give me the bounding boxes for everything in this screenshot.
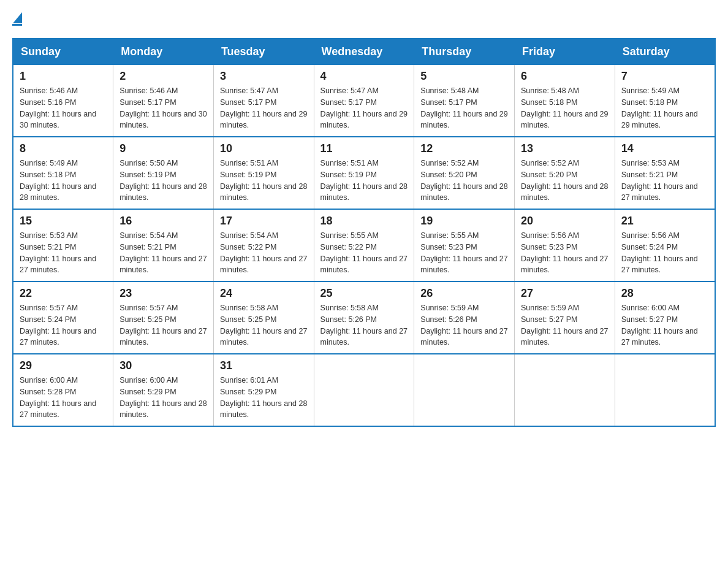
- day-number: 13: [521, 142, 609, 155]
- day-info: Sunrise: 5:58 AM Sunset: 5:25 PM Dayligh…: [220, 302, 308, 348]
- sunset-label: Sunset: 5:21 PM: [119, 243, 176, 251]
- sunrise-label: Sunrise: 6:00 AM: [621, 304, 680, 312]
- daylight-label: Daylight: 11 hours and 28 minutes.: [521, 182, 608, 202]
- sunset-label: Sunset: 5:29 PM: [220, 388, 276, 396]
- day-info: Sunrise: 5:57 AM Sunset: 5:24 PM Dayligh…: [20, 302, 107, 348]
- calendar-cell: 13 Sunrise: 5:52 AM Sunset: 5:20 PM Dayl…: [515, 137, 615, 209]
- sunrise-label: Sunrise: 5:47 AM: [320, 86, 379, 95]
- day-number: 31: [220, 359, 308, 372]
- calendar-cell: 21 Sunrise: 5:56 AM Sunset: 5:24 PM Dayl…: [615, 209, 715, 282]
- day-info: Sunrise: 5:49 AM Sunset: 5:18 PM Dayligh…: [621, 85, 708, 131]
- sunset-label: Sunset: 5:20 PM: [521, 170, 577, 179]
- logo-underline: [12, 24, 22, 26]
- day-number: 3: [220, 70, 308, 83]
- sunrise-label: Sunrise: 5:48 AM: [521, 86, 579, 95]
- day-info: Sunrise: 5:52 AM Sunset: 5:20 PM Dayligh…: [420, 158, 508, 204]
- sunrise-label: Sunrise: 5:56 AM: [621, 231, 680, 240]
- day-info: Sunrise: 5:56 AM Sunset: 5:23 PM Dayligh…: [521, 230, 609, 276]
- sunset-label: Sunset: 5:17 PM: [220, 98, 276, 107]
- day-number: 21: [621, 215, 708, 228]
- calendar-cell: 25 Sunrise: 5:58 AM Sunset: 5:26 PM Dayl…: [314, 282, 414, 354]
- daylight-label: Daylight: 11 hours and 27 minutes.: [320, 255, 408, 275]
- sunset-label: Sunset: 5:18 PM: [521, 98, 577, 107]
- day-number: 18: [320, 215, 408, 228]
- day-number: 25: [320, 287, 408, 300]
- calendar-cell: 29 Sunrise: 6:00 AM Sunset: 5:28 PM Dayl…: [13, 354, 113, 426]
- day-number: 23: [119, 287, 207, 300]
- day-info: Sunrise: 6:00 AM Sunset: 5:28 PM Dayligh…: [20, 375, 107, 421]
- calendar-cell: 19 Sunrise: 5:55 AM Sunset: 5:23 PM Dayl…: [414, 209, 515, 282]
- calendar-cell: 31 Sunrise: 6:01 AM Sunset: 5:29 PM Dayl…: [213, 354, 314, 426]
- sunset-label: Sunset: 5:24 PM: [20, 315, 76, 324]
- sunrise-label: Sunrise: 5:58 AM: [320, 304, 379, 312]
- sunset-label: Sunset: 5:25 PM: [220, 315, 276, 324]
- day-info: Sunrise: 5:51 AM Sunset: 5:19 PM Dayligh…: [220, 158, 308, 204]
- day-number: 20: [521, 215, 609, 228]
- day-info: Sunrise: 5:47 AM Sunset: 5:17 PM Dayligh…: [320, 85, 408, 131]
- daylight-label: Daylight: 11 hours and 27 minutes.: [119, 327, 207, 347]
- calendar-cell: 30 Sunrise: 6:00 AM Sunset: 5:29 PM Dayl…: [113, 354, 214, 426]
- daylight-label: Daylight: 11 hours and 29 minutes.: [621, 110, 698, 130]
- sunset-label: Sunset: 5:22 PM: [220, 243, 276, 251]
- sunset-label: Sunset: 5:21 PM: [621, 170, 678, 179]
- sunrise-label: Sunrise: 5:57 AM: [119, 304, 178, 312]
- sunrise-label: Sunrise: 5:55 AM: [420, 231, 479, 240]
- day-number: 22: [20, 287, 107, 300]
- day-info: Sunrise: 5:59 AM Sunset: 5:27 PM Dayligh…: [521, 302, 609, 348]
- day-number: 27: [521, 287, 609, 300]
- day-info: Sunrise: 5:46 AM Sunset: 5:17 PM Dayligh…: [119, 85, 207, 131]
- sunset-label: Sunset: 5:21 PM: [20, 243, 76, 251]
- sunrise-label: Sunrise: 5:59 AM: [521, 304, 579, 312]
- sunset-label: Sunset: 5:27 PM: [621, 315, 678, 324]
- sunset-label: Sunset: 5:19 PM: [220, 170, 276, 179]
- day-number: 17: [220, 215, 308, 228]
- daylight-label: Daylight: 11 hours and 27 minutes.: [20, 327, 96, 347]
- daylight-label: Daylight: 11 hours and 28 minutes.: [420, 182, 507, 202]
- calendar-cell: 2 Sunrise: 5:46 AM Sunset: 5:17 PM Dayli…: [113, 65, 214, 137]
- daylight-label: Daylight: 11 hours and 27 minutes.: [119, 255, 207, 275]
- day-info: Sunrise: 5:47 AM Sunset: 5:17 PM Dayligh…: [220, 85, 308, 131]
- day-info: Sunrise: 5:56 AM Sunset: 5:24 PM Dayligh…: [621, 230, 708, 276]
- daylight-label: Daylight: 11 hours and 29 minutes.: [220, 110, 307, 130]
- calendar-week-2: 8 Sunrise: 5:49 AM Sunset: 5:18 PM Dayli…: [13, 137, 715, 209]
- calendar-header-row: SundayMondayTuesdayWednesdayThursdayFrid…: [13, 39, 715, 65]
- day-number: 1: [20, 70, 107, 83]
- calendar-cell: [414, 354, 515, 426]
- daylight-label: Daylight: 11 hours and 27 minutes.: [420, 255, 507, 275]
- day-number: 9: [119, 142, 207, 155]
- calendar-cell: 3 Sunrise: 5:47 AM Sunset: 5:17 PM Dayli…: [213, 65, 314, 137]
- daylight-label: Daylight: 11 hours and 27 minutes.: [621, 255, 698, 275]
- sunrise-label: Sunrise: 5:58 AM: [220, 304, 278, 312]
- calendar-cell: 28 Sunrise: 6:00 AM Sunset: 5:27 PM Dayl…: [615, 282, 715, 354]
- day-number: 28: [621, 287, 708, 300]
- daylight-label: Daylight: 11 hours and 30 minutes.: [119, 110, 207, 130]
- daylight-label: Daylight: 11 hours and 28 minutes.: [119, 399, 207, 419]
- sunrise-label: Sunrise: 5:52 AM: [521, 159, 579, 167]
- daylight-label: Daylight: 11 hours and 27 minutes.: [220, 255, 307, 275]
- calendar-cell: 18 Sunrise: 5:55 AM Sunset: 5:22 PM Dayl…: [314, 209, 414, 282]
- calendar-cell: 14 Sunrise: 5:53 AM Sunset: 5:21 PM Dayl…: [615, 137, 715, 209]
- sunrise-label: Sunrise: 5:49 AM: [621, 86, 680, 95]
- daylight-label: Daylight: 11 hours and 29 minutes.: [320, 110, 408, 130]
- sunrise-label: Sunrise: 5:56 AM: [521, 231, 579, 240]
- sunrise-label: Sunrise: 5:46 AM: [119, 86, 178, 95]
- calendar-cell: [615, 354, 715, 426]
- logo-arrow-icon: [13, 12, 22, 23]
- day-info: Sunrise: 5:53 AM Sunset: 5:21 PM Dayligh…: [621, 158, 708, 204]
- daylight-label: Daylight: 11 hours and 27 minutes.: [521, 327, 608, 347]
- daylight-label: Daylight: 11 hours and 29 minutes.: [521, 110, 608, 130]
- day-number: 19: [420, 215, 508, 228]
- daylight-label: Daylight: 11 hours and 27 minutes.: [621, 327, 698, 347]
- day-number: 30: [119, 359, 207, 372]
- daylight-label: Daylight: 11 hours and 27 minutes.: [220, 327, 307, 347]
- day-info: Sunrise: 6:00 AM Sunset: 5:27 PM Dayligh…: [621, 302, 708, 348]
- daylight-label: Daylight: 11 hours and 27 minutes.: [521, 255, 608, 275]
- day-info: Sunrise: 5:52 AM Sunset: 5:20 PM Dayligh…: [521, 158, 609, 204]
- calendar-cell: 15 Sunrise: 5:53 AM Sunset: 5:21 PM Dayl…: [13, 209, 113, 282]
- day-info: Sunrise: 5:58 AM Sunset: 5:26 PM Dayligh…: [320, 302, 408, 348]
- day-info: Sunrise: 6:00 AM Sunset: 5:29 PM Dayligh…: [119, 375, 207, 421]
- calendar-week-3: 15 Sunrise: 5:53 AM Sunset: 5:21 PM Dayl…: [13, 209, 715, 282]
- page-header: [12, 12, 716, 26]
- day-number: 8: [20, 142, 107, 155]
- daylight-label: Daylight: 11 hours and 28 minutes.: [20, 182, 96, 202]
